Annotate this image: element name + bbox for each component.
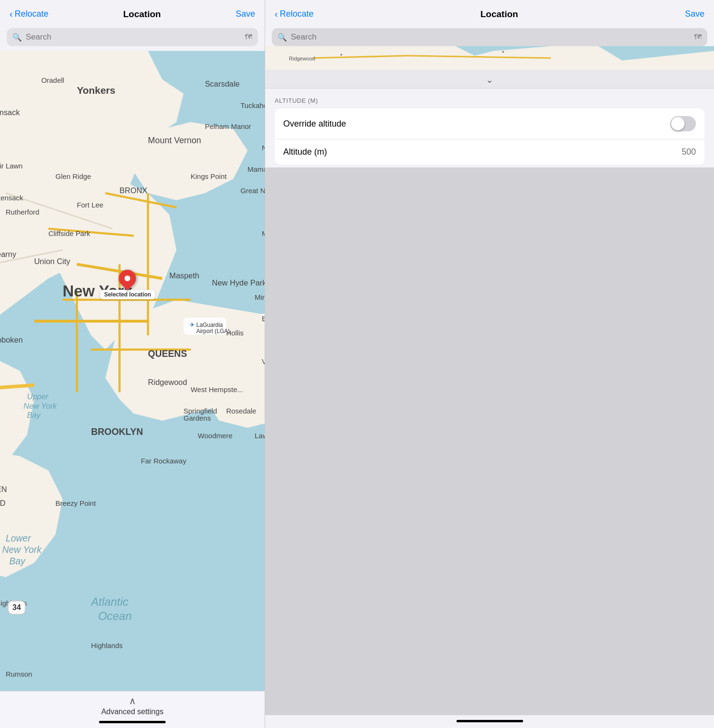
svg-text:Glen Ridge: Glen Ridge (56, 172, 91, 180)
svg-text:ISLAND: ISLAND (0, 499, 6, 507)
svg-text:BROOKLYN: BROOKLYN (91, 426, 143, 437)
altitude-label: Altitude (m) (283, 147, 327, 157)
override-altitude-row: Override altitude (275, 108, 704, 139)
svg-text:New York: New York (2, 544, 42, 555)
svg-text:Lawrence: Lawrence (255, 432, 265, 440)
svg-text:Kings Point: Kings Point (191, 172, 227, 180)
svg-text:Hackensack: Hackensack (0, 194, 23, 202)
svg-text:Rutherford: Rutherford (6, 208, 40, 216)
svg-text:Mount Vernon: Mount Vernon (148, 136, 201, 145)
right-save-button[interactable]: Save (685, 9, 704, 19)
svg-text:QUEENS: QUEENS (148, 348, 187, 359)
left-search-bar: 🔍 🗺 (7, 28, 258, 46)
right-nav-bar: ‹ Relocate Location Save (265, 0, 714, 24)
right-back-button[interactable]: ‹ Relocate (275, 9, 314, 20)
svg-text:Bay: Bay (9, 556, 26, 566)
right-home-indicator (456, 720, 523, 722)
left-search-input[interactable] (26, 32, 241, 42)
svg-text:Hackensack: Hackensack (0, 108, 20, 117)
left-nav-title: Location (123, 9, 161, 20)
svg-text:Fort Lee: Fort Lee (77, 201, 103, 209)
svg-text:Scarsdale: Scarsdale (205, 79, 239, 88)
svg-text:New York: New York (23, 402, 57, 410)
left-chevron-icon: ‹ (10, 9, 13, 20)
right-gray-area (265, 167, 714, 715)
svg-text:Airport (LGA): Airport (LGA) (197, 328, 230, 334)
svg-text:Oradell: Oradell (41, 76, 64, 84)
map-badge: 34 (8, 600, 26, 615)
svg-text:Elm: Elm (262, 315, 265, 323)
svg-text:Cliffside Park: Cliffside Park (49, 229, 90, 237)
svg-text:STATEN: STATEN (0, 485, 7, 493)
left-map[interactable]: 78 ✈ LaGuardia Airport (LGA) Yonkers Hac… (0, 51, 265, 691)
svg-text:Lower: Lower (6, 533, 31, 543)
svg-text:Kearny: Kearny (0, 250, 17, 258)
right-nav-title: Location (480, 9, 518, 20)
svg-text:Union City: Union City (34, 257, 71, 266)
right-search-bar: 🔍 🗺 (272, 28, 707, 46)
svg-text:Bay: Bay (27, 411, 41, 419)
svg-text:Breezy Point: Breezy Point (56, 499, 97, 507)
altitude-value: 500 (682, 147, 696, 157)
svg-text:Ridgewood: Ridgewood (289, 56, 315, 61)
svg-text:Yonkers: Yonkers (77, 85, 115, 96)
svg-text:Mineola: Mineola (262, 229, 265, 237)
svg-text:Highlands: Highlands (91, 641, 122, 649)
svg-text:Upper: Upper (27, 392, 49, 401)
svg-text:✈: ✈ (189, 321, 195, 328)
right-chevron-icon: ‹ (275, 9, 278, 20)
left-panel: ‹ Relocate Location Save 🔍 🗺 (0, 0, 265, 728)
altitude-section: ALTITUDE (M) Override altitude Altitude … (265, 89, 714, 167)
left-back-button[interactable]: ‹ Relocate (10, 9, 49, 20)
left-book-icon: 🗺 (245, 33, 252, 41)
svg-text:New Hyde Park: New Hyde Park (212, 278, 265, 287)
svg-text:Maspeth: Maspeth (169, 271, 199, 280)
svg-text:Great Neck: Great Neck (240, 187, 265, 195)
svg-point-104 (340, 54, 342, 56)
svg-text:Gardens: Gardens (184, 414, 211, 422)
map-pin[interactable]: Selected location (100, 270, 155, 299)
pin-label: Selected location (100, 290, 155, 299)
svg-text:Hoboken: Hoboken (0, 335, 23, 344)
toggle-thumb (671, 117, 684, 130)
svg-text:LaGuardia: LaGuardia (197, 322, 223, 328)
right-map-strip: Ridgewood (265, 46, 714, 70)
svg-text:West Hempste...: West Hempste... (191, 385, 243, 394)
altitude-value-row: Altitude (m) 500 (275, 139, 704, 165)
drawer-chevron-icon: ⌄ (486, 75, 493, 85)
left-search-icon: 🔍 (12, 33, 22, 42)
svg-text:Fair Lawn: Fair Lawn (0, 162, 23, 170)
svg-text:Min...: Min... (255, 293, 265, 301)
left-home-indicator (99, 721, 166, 723)
left-back-label: Relocate (15, 9, 49, 19)
right-back-label: Relocate (280, 9, 314, 19)
advanced-label: Advanced settings (101, 708, 164, 716)
right-panel: ‹ Relocate Location Save 🔍 🗺 Ridgewood ⌄… (265, 0, 714, 728)
right-home-indicator-bar (265, 715, 714, 728)
svg-point-105 (502, 51, 504, 53)
advanced-chevron-icon: ∧ (129, 696, 136, 706)
altitude-settings-card: Override altitude Altitude (m) 500 (275, 108, 704, 165)
svg-text:New Rochell: New Rochell (262, 144, 265, 152)
svg-text:Atlantic: Atlantic (90, 595, 128, 608)
svg-text:Ocean: Ocean (98, 610, 131, 622)
right-book-icon: 🗺 (694, 33, 702, 41)
right-search-input[interactable] (291, 32, 690, 42)
advanced-settings-bar[interactable]: ∧ Advanced settings (0, 691, 265, 728)
drawer-handle[interactable]: ⌄ (265, 70, 714, 89)
svg-text:Mamaroneck: Mamaroneck (248, 165, 265, 173)
svg-text:Woodmere: Woodmere (198, 432, 232, 440)
svg-text:Val...: Val... (262, 357, 265, 365)
altitude-section-label: ALTITUDE (M) (275, 97, 318, 104)
svg-text:Ridgewood: Ridgewood (148, 378, 187, 386)
left-save-button[interactable]: Save (236, 9, 255, 19)
svg-text:Hollis: Hollis (226, 329, 244, 337)
override-altitude-toggle[interactable] (670, 116, 696, 131)
right-search-icon: 🔍 (278, 33, 287, 42)
pin-inner (125, 275, 130, 281)
override-altitude-label: Override altitude (283, 119, 346, 129)
svg-text:Pelham Manor: Pelham Manor (205, 122, 251, 130)
svg-text:Tuckahoe: Tuckahoe (240, 101, 265, 109)
svg-text:Rosedale: Rosedale (226, 407, 256, 415)
left-nav-bar: ‹ Relocate Location Save (0, 0, 265, 24)
